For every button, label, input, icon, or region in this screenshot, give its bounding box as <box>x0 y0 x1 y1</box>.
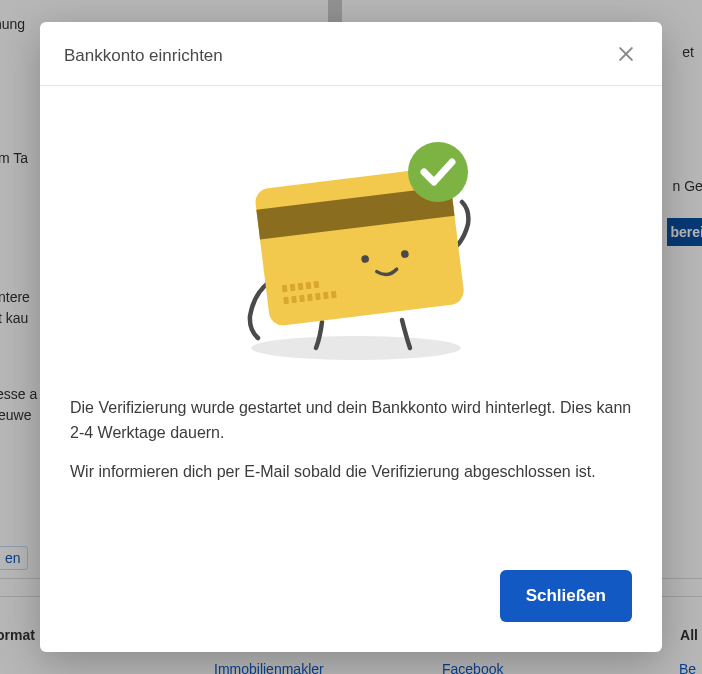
svg-point-19 <box>408 142 468 202</box>
svg-rect-8 <box>290 284 296 292</box>
close-button[interactable] <box>612 40 640 71</box>
modal-footer: Schließen <box>40 552 662 652</box>
close-primary-button[interactable]: Schließen <box>500 570 632 622</box>
svg-rect-15 <box>307 294 313 302</box>
verification-started-message: Die Verifizierung wurde gestartet und de… <box>70 396 632 446</box>
svg-rect-16 <box>315 293 321 301</box>
svg-rect-18 <box>331 291 337 299</box>
svg-rect-17 <box>323 292 329 300</box>
svg-rect-11 <box>314 281 320 289</box>
svg-rect-7 <box>282 285 288 293</box>
svg-rect-14 <box>299 295 305 303</box>
svg-rect-12 <box>283 297 289 305</box>
svg-point-2 <box>251 336 461 360</box>
svg-rect-9 <box>298 283 304 291</box>
card-illustration <box>70 114 632 396</box>
email-notify-message: Wir informieren dich per E-Mail sobald d… <box>70 460 632 485</box>
bank-setup-modal: Bankkonto einrichten <box>40 22 662 652</box>
modal-header: Bankkonto einrichten <box>40 22 662 86</box>
modal-title: Bankkonto einrichten <box>64 46 223 66</box>
svg-rect-10 <box>306 282 312 290</box>
close-icon <box>616 44 636 67</box>
modal-body: Die Verifizierung wurde gestartet und de… <box>40 86 662 552</box>
svg-rect-13 <box>291 296 297 304</box>
